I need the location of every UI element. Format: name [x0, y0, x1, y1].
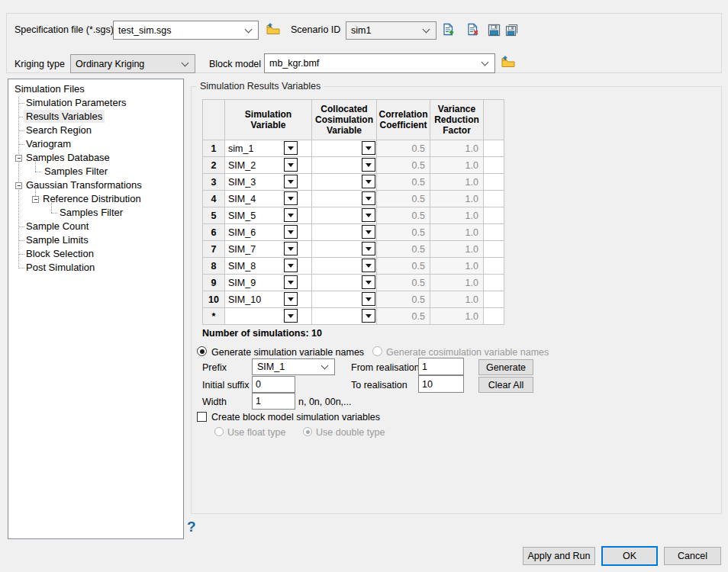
- width-input[interactable]: [252, 393, 295, 410]
- apply-and-run-button[interactable]: Apply and Run: [523, 547, 595, 565]
- variance-cell[interactable]: 1.0: [430, 258, 484, 275]
- ok-button[interactable]: OK: [601, 546, 658, 566]
- dropdown-button[interactable]: [284, 175, 298, 188]
- variance-cell[interactable]: 1.0: [430, 191, 484, 207]
- variance-cell[interactable]: 1.0: [430, 241, 484, 258]
- tree-item-variogram[interactable]: Variogram: [24, 137, 73, 151]
- cosimulation-variable-cell[interactable]: [312, 258, 377, 275]
- chevron-down-icon[interactable]: [482, 59, 489, 66]
- correlation-cell[interactable]: 0.5: [377, 241, 430, 258]
- cosimulation-variable-cell[interactable]: [312, 207, 377, 224]
- dropdown-button[interactable]: [362, 175, 375, 188]
- chevron-down-icon[interactable]: [245, 25, 253, 33]
- correlation-cell[interactable]: 0.5: [377, 258, 430, 275]
- to-realisation-input[interactable]: [418, 375, 464, 393]
- variance-cell[interactable]: 1.0: [430, 291, 484, 308]
- cosimulation-variable-cell[interactable]: [312, 291, 377, 308]
- dropdown-button[interactable]: [362, 292, 375, 306]
- dropdown-button[interactable]: [362, 158, 375, 172]
- correlation-cell[interactable]: 0.5: [377, 308, 430, 325]
- save-scenario-button[interactable]: [487, 23, 501, 37]
- use-double-radio[interactable]: [303, 427, 312, 436]
- collapse-icon[interactable]: [32, 196, 39, 203]
- dropdown-button[interactable]: [284, 275, 298, 289]
- variance-cell[interactable]: 1.0: [430, 275, 484, 291]
- correlation-cell[interactable]: 0.5: [377, 140, 430, 157]
- generate-simulation-radio-label[interactable]: Generate simulation variable names: [211, 347, 364, 358]
- tree-item-results-variables[interactable]: Results Variables: [24, 110, 105, 124]
- dropdown-button[interactable]: [362, 309, 375, 323]
- collapse-icon[interactable]: [15, 182, 22, 189]
- cosimulation-variable-cell[interactable]: [312, 241, 377, 258]
- tree-item-samples-database[interactable]: Samples Database: [24, 151, 112, 165]
- tree-item-post-simulation[interactable]: Post Simulation: [24, 261, 97, 275]
- tree-item-sample-limits[interactable]: Sample Limits: [24, 233, 91, 247]
- variance-cell[interactable]: 1.0: [430, 157, 484, 174]
- tree-item-gaussian-transformations[interactable]: Gaussian Transformations: [24, 178, 144, 192]
- dropdown-button[interactable]: [362, 259, 375, 272]
- use-float-radio[interactable]: [214, 427, 224, 436]
- dropdown-button[interactable]: [362, 242, 375, 255]
- simulation-variable-cell[interactable]: sim_1: [225, 140, 312, 157]
- simulation-variable-cell[interactable]: SIM_2: [225, 157, 312, 174]
- cosimulation-variable-cell[interactable]: [312, 191, 377, 207]
- kriging-type-select[interactable]: Ordinary Kriging: [70, 54, 195, 73]
- tree-item-block-selection[interactable]: Block Selection: [24, 247, 96, 261]
- chevron-down-icon[interactable]: [321, 362, 329, 370]
- delete-scenario-button[interactable]: [465, 22, 480, 37]
- correlation-cell[interactable]: 0.5: [377, 207, 430, 224]
- dropdown-button[interactable]: [284, 191, 298, 205]
- simulation-variable-cell[interactable]: SIM_6: [225, 224, 312, 241]
- clear-all-button[interactable]: Clear All: [478, 377, 533, 393]
- scenario-id-combobox[interactable]: sim1: [346, 21, 436, 40]
- dropdown-button[interactable]: [362, 141, 375, 155]
- simulation-variable-cell[interactable]: SIM_3: [225, 174, 312, 191]
- cosimulation-variable-cell[interactable]: [312, 275, 377, 291]
- dropdown-button[interactable]: [284, 242, 298, 255]
- generate-button[interactable]: Generate: [478, 359, 533, 375]
- collapse-icon[interactable]: [15, 155, 22, 162]
- dropdown-button[interactable]: [284, 292, 298, 306]
- tree-item-simulation-parameters[interactable]: Simulation Parameters: [24, 96, 129, 110]
- variance-cell[interactable]: 1.0: [430, 174, 484, 191]
- prefix-combobox[interactable]: SIM_1: [252, 358, 335, 375]
- dropdown-button[interactable]: [362, 191, 375, 205]
- dropdown-button[interactable]: [284, 225, 298, 239]
- tree-item-simulation-files[interactable]: Simulation Files: [12, 82, 87, 96]
- help-button[interactable]: ?: [187, 519, 196, 535]
- save-scenario-as-button[interactable]: [504, 23, 519, 37]
- create-block-model-checkbox[interactable]: [197, 412, 207, 422]
- tree-item-search-region[interactable]: Search Region: [24, 124, 94, 137]
- new-scenario-button[interactable]: [441, 22, 456, 37]
- generate-cosimulation-radio[interactable]: [372, 346, 382, 356]
- correlation-cell[interactable]: 0.5: [377, 157, 430, 174]
- dropdown-button[interactable]: [284, 208, 298, 222]
- dropdown-button[interactable]: [284, 141, 298, 155]
- simulation-variable-cell[interactable]: SIM_9: [225, 275, 312, 291]
- spec-file-combobox[interactable]: test_sim.sgs: [113, 21, 259, 40]
- simulation-variable-cell[interactable]: SIM_5: [225, 207, 312, 224]
- correlation-cell[interactable]: 0.5: [377, 224, 430, 241]
- dropdown-button[interactable]: [284, 158, 298, 172]
- dropdown-button[interactable]: [284, 259, 298, 272]
- simulation-variable-cell[interactable]: [225, 308, 312, 325]
- from-realisation-input[interactable]: [418, 358, 464, 375]
- variance-cell[interactable]: 1.0: [430, 224, 484, 241]
- tree-item-samples-filter[interactable]: Samples Filter: [42, 165, 110, 178]
- initial-suffix-input[interactable]: [252, 376, 295, 393]
- cosimulation-variable-cell[interactable]: [312, 140, 377, 157]
- chevron-down-icon[interactable]: [423, 26, 430, 34]
- correlation-cell[interactable]: 0.5: [377, 191, 430, 207]
- variance-cell[interactable]: 1.0: [430, 308, 484, 325]
- dropdown-button[interactable]: [284, 309, 298, 323]
- tree-item-reference-distribution[interactable]: Reference Distribution: [40, 192, 143, 206]
- dropdown-button[interactable]: [362, 225, 375, 239]
- dropdown-button[interactable]: [362, 208, 375, 222]
- correlation-cell[interactable]: 0.5: [377, 174, 430, 191]
- simulation-variable-cell[interactable]: SIM_7: [225, 241, 312, 258]
- create-block-model-checkbox-label[interactable]: Create block model simulation variables: [211, 412, 380, 423]
- simulation-variable-cell[interactable]: SIM_8: [225, 258, 312, 275]
- cosimulation-variable-cell[interactable]: [312, 308, 377, 325]
- cosimulation-variable-cell[interactable]: [312, 224, 377, 241]
- chevron-down-icon[interactable]: [182, 59, 189, 66]
